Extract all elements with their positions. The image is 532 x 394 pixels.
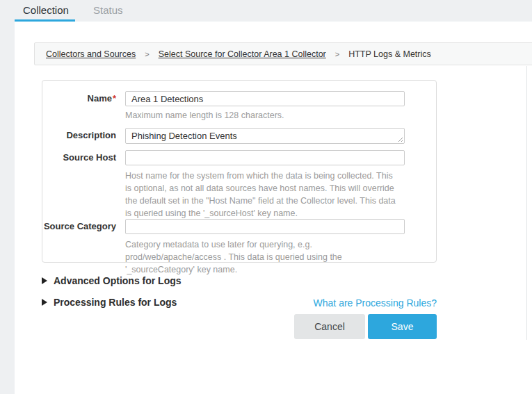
breadcrumb-current-page: HTTP Logs & Metrics [348,49,431,59]
source-host-help-text: Host name for the system from which the … [125,170,399,220]
advanced-options-label: Advanced Options for Logs [54,275,182,286]
form-actions: Cancel Save [15,314,437,339]
breadcrumb-separator: > [145,50,149,58]
breadcrumb-select-source[interactable]: Select Source for Collector Area 1 Colle… [159,49,326,59]
description-field-wrap: Phishing Detection Events [125,128,405,144]
source-category-label: Source Category [42,219,116,234]
tab-collection[interactable]: Collection [23,4,69,16]
collapsed-triangle-icon [42,277,47,284]
tab-status[interactable]: Status [93,4,123,16]
required-asterisk: * [113,93,116,104]
content-panel: Collectors and Sources > Select Source f… [15,22,532,394]
advanced-options-toggle[interactable]: Advanced Options for Logs [42,275,182,286]
tab-bar: Collection Status [0,0,532,22]
processing-rules-label: Processing Rules for Logs [54,297,177,308]
cancel-button[interactable]: Cancel [294,314,365,339]
name-input[interactable] [125,91,405,106]
source-host-input[interactable] [125,150,405,165]
breadcrumb-collectors-and-sources[interactable]: Collectors and Sources [46,49,136,59]
breadcrumb-separator: > [335,50,339,58]
source-category-help-text: Category metadata to use later for query… [125,238,399,276]
source-config-form: Name* Maximum name length is 128 charact… [42,80,437,263]
name-label-text: Name [88,93,112,104]
source-host-label: Source Host [42,150,116,165]
breadcrumb: Collectors and Sources > Select Source f… [34,42,532,65]
panel-right-divider [526,66,527,340]
description-label: Description [42,128,116,143]
save-button[interactable]: Save [368,314,437,339]
what-are-processing-rules-link[interactable]: What are Processing Rules? [314,297,437,309]
name-help-text: Maximum name length is 128 characters. [125,109,399,122]
collapsed-triangle-icon [42,299,47,306]
processing-rules-toggle[interactable]: Processing Rules for Logs [42,297,177,308]
name-label: Name* [42,91,116,106]
source-category-input[interactable] [125,219,405,234]
description-textarea[interactable]: Phishing Detection Events [125,128,405,144]
